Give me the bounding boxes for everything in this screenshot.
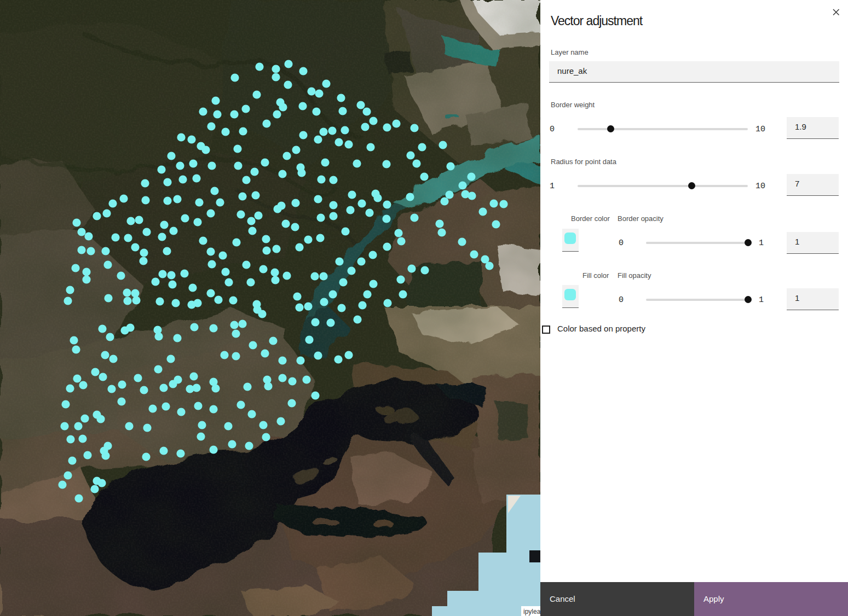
svg-text:ipylea: ipylea: [523, 608, 540, 615]
